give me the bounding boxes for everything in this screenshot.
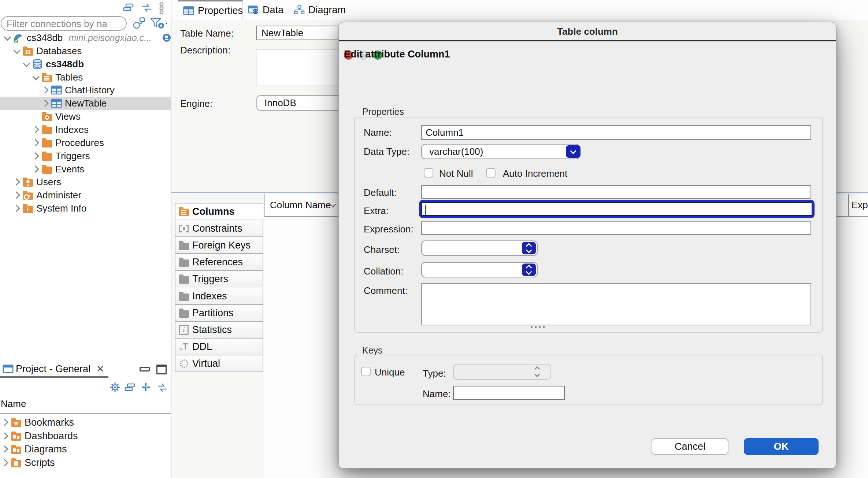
- data-type-label: Data Type:: [364, 146, 409, 157]
- dashboards-folder-icon: [11, 430, 22, 441]
- subtab-constraints[interactable]: Constraints: [175, 220, 263, 237]
- expander-closed-icon[interactable]: [31, 167, 40, 172]
- gray-folder-icon: [178, 291, 189, 302]
- sync-icon[interactable]: [157, 383, 168, 394]
- cancel-button[interactable]: Cancel: [652, 438, 728, 455]
- subtab-virtual[interactable]: Virtual: [175, 355, 263, 372]
- tab-project-general[interactable]: Project - General ✕: [1, 362, 104, 376]
- dialog-title: Table column: [339, 26, 836, 37]
- expander-open-icon[interactable]: [3, 35, 11, 40]
- filter-funnel-icon[interactable]: [150, 18, 168, 31]
- project-item-scripts[interactable]: Scripts: [0, 456, 171, 469]
- project-panel-top-border: [0, 359, 171, 359]
- minimize-panel-icon[interactable]: [140, 367, 150, 371]
- expander-closed-icon[interactable]: [1, 460, 9, 465]
- resize-handle[interactable]: [531, 326, 545, 328]
- filter-connections-input[interactable]: Filter connections by na: [1, 16, 127, 31]
- subtab-partitions[interactable]: Partitions: [175, 305, 263, 321]
- subtab-ddl[interactable]: ‹›TDDL: [175, 338, 263, 355]
- ok-button[interactable]: OK: [744, 438, 819, 455]
- tree-item-label: Indexes: [55, 124, 89, 135]
- tab-diagram[interactable]: Diagram: [289, 0, 348, 20]
- sync-icon[interactable]: [141, 3, 152, 14]
- project-item-bookmarks[interactable]: ★Bookmarks: [0, 416, 171, 429]
- tree-item-cs348db[interactable]: cs348db: [0, 57, 193, 71]
- collapse-all-icon[interactable]: [125, 383, 136, 393]
- key-name-input[interactable]: [453, 386, 565, 400]
- gear-icon[interactable]: [109, 381, 121, 395]
- key-type-stepper-icon: [535, 367, 539, 376]
- subtab-columns[interactable]: Columns: [175, 203, 263, 220]
- charset-stepper-icon[interactable]: [522, 242, 536, 254]
- window-icon: [3, 363, 14, 374]
- active-tab-underline: [0, 376, 108, 378]
- project-item-dashboards[interactable]: Dashboards: [0, 429, 171, 442]
- expander-closed-icon[interactable]: [12, 193, 21, 198]
- expander-closed-icon[interactable]: [1, 420, 9, 425]
- collation-combo[interactable]: [421, 262, 538, 277]
- titlebar-divider: [339, 40, 836, 41]
- tree-item-users[interactable]: Users: [0, 175, 183, 188]
- tree-item-databases[interactable]: Databases: [0, 44, 183, 57]
- expander-closed-icon[interactable]: [31, 127, 40, 132]
- data-type-dropdown-icon[interactable]: [566, 145, 580, 158]
- comment-textarea[interactable]: [421, 283, 811, 325]
- collapse-all-icon[interactable]: [123, 3, 134, 13]
- tree-item-cs348db[interactable]: cs348dbmini.peisongxiao.c...: [0, 31, 174, 44]
- project-item-diagrams[interactable]: Diagrams: [0, 442, 171, 456]
- tree-item-label: cs348db: [27, 32, 63, 44]
- plug-icon[interactable]: [132, 17, 147, 31]
- expander-closed-icon[interactable]: [12, 179, 21, 184]
- expression-column-header[interactable]: Expr: [848, 194, 868, 216]
- default-input[interactable]: [421, 185, 811, 199]
- table-icon: [51, 85, 62, 96]
- close-icon[interactable]: ✕: [96, 363, 104, 375]
- expander-open-icon[interactable]: [22, 61, 30, 67]
- expander-closed-icon[interactable]: [31, 140, 40, 145]
- tree-item-administer[interactable]: Administer: [0, 188, 183, 202]
- expander-closed-icon[interactable]: [41, 87, 49, 93]
- tree-item-system-info[interactable]: iSystem Info: [0, 202, 183, 215]
- column-name-header[interactable]: Column Name: [270, 199, 331, 211]
- expander-closed-icon[interactable]: [41, 101, 49, 106]
- expression-input[interactable]: [421, 221, 811, 235]
- expander-open-icon[interactable]: [12, 48, 21, 53]
- folder-icon: [41, 137, 52, 148]
- subtab-label: Triggers: [192, 273, 228, 285]
- auto-increment-checkbox[interactable]: [486, 168, 496, 178]
- data-type-combo[interactable]: varchar(100): [421, 144, 580, 159]
- table-name-label: Table Name:: [180, 28, 234, 39]
- expand-all-icon[interactable]: [141, 381, 152, 394]
- dashboards-folder-icon: [11, 444, 22, 455]
- expander-closed-icon[interactable]: [1, 447, 9, 452]
- not-null-checkbox[interactable]: [424, 168, 433, 178]
- not-null-label: Not Null: [439, 168, 473, 179]
- extra-input-focused[interactable]: [419, 200, 815, 218]
- subtab-label: Columns: [192, 206, 235, 217]
- expander-open-icon[interactable]: [31, 75, 40, 80]
- charset-combo[interactable]: [421, 240, 538, 256]
- tab-properties[interactable]: Properties: [178, 0, 243, 20]
- subtab-label: DDL: [192, 341, 212, 352]
- subtab-indexes[interactable]: Indexes: [175, 288, 263, 305]
- maximize-panel-icon[interactable]: [156, 365, 167, 374]
- overflow-menu-icon[interactable]: [159, 2, 164, 16]
- tree-item-label: Tables: [55, 72, 83, 83]
- properties-group-title: Properties: [362, 107, 404, 117]
- collation-stepper-icon[interactable]: [522, 264, 536, 276]
- expander-closed-icon[interactable]: [12, 206, 21, 211]
- subtab-references[interactable]: References: [175, 254, 263, 270]
- mysql-connection-icon: [13, 32, 24, 43]
- name-column-header[interactable]: Name: [1, 398, 26, 410]
- expander-closed-icon[interactable]: [1, 433, 9, 438]
- table-column-dialog: Table column Edit attribute Column1 Prop…: [338, 22, 837, 468]
- name-input[interactable]: Column1: [421, 125, 811, 140]
- unique-checkbox[interactable]: [361, 367, 371, 376]
- subtab-statistics[interactable]: iStatistics: [175, 321, 263, 338]
- expander-closed-icon[interactable]: [31, 153, 40, 158]
- charset-label: Charset:: [364, 244, 400, 255]
- tab-data[interactable]: Data: [243, 0, 289, 20]
- subtab-foreign-keys[interactable]: Foreign Keys: [175, 237, 263, 254]
- table-data-icon: [248, 4, 259, 15]
- subtab-triggers[interactable]: Triggers: [175, 270, 263, 287]
